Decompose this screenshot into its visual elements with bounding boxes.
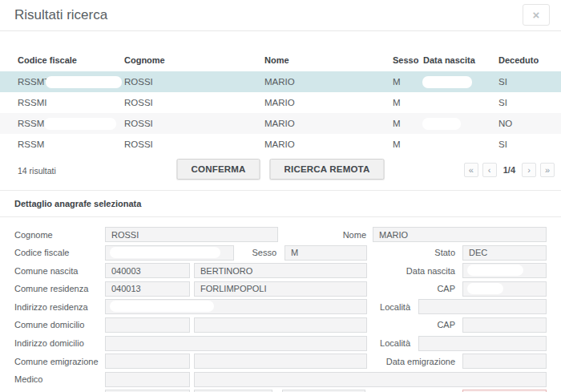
cell-nome: MARIO [264, 98, 393, 107]
sesso-field[interactable] [285, 245, 367, 261]
comune-nascita-name-field[interactable] [194, 263, 367, 278]
cell-deceduto: NO [498, 119, 561, 128]
form-row-comune-nascita: Comune nascita Data nascita [0, 263, 561, 278]
comune-nascita-code-wrap [105, 263, 190, 278]
table-row-selected[interactable]: RSSMT ROSSI MARIO M SI [0, 71, 561, 92]
cap-domicilio-field-wrap [462, 317, 547, 333]
page-indicator: 1/4 [503, 165, 515, 175]
first-page-button[interactable]: « [464, 163, 478, 177]
nome-label: Nome [278, 230, 366, 240]
next-page-button[interactable]: › [522, 163, 536, 177]
detail-section-header: Dettaglio anagrafe selezionata [0, 190, 561, 217]
indirizzo-domicilio-label: Indirizzo domicilio [14, 338, 105, 348]
medico-label: Medico [14, 374, 105, 384]
comune-nascita-code-field[interactable] [105, 263, 190, 278]
table-footer: 14 risultati CONFERMA RICERCA REMOTA « ‹… [0, 157, 561, 186]
comune-residenza-name-field[interactable] [194, 281, 367, 297]
data-emigrazione-field[interactable] [462, 354, 547, 369]
medico-name-field[interactable] [194, 372, 547, 387]
cognome-field-wrap [105, 227, 278, 242]
cognome-field[interactable] [105, 227, 278, 242]
comune-emigrazione-label: Comune emigrazione [14, 357, 105, 366]
form-row-indirizzo-domicilio: Indirizzo domicilio Località [0, 336, 561, 351]
localita-domicilio-field[interactable] [418, 336, 547, 351]
column-header-data-nascita: Data nascita [423, 55, 498, 65]
codice-fiscale-label: Codice fiscale [14, 248, 105, 257]
codice-fiscale-field-wrap [105, 245, 234, 261]
stato-label: Stato [367, 248, 455, 257]
cell-cognome: ROSSI [124, 119, 264, 128]
redaction-blob [467, 265, 523, 276]
comune-emigrazione-name-field[interactable] [194, 354, 367, 369]
comune-residenza-code-field[interactable] [105, 281, 190, 297]
form-row-indirizzo-residenza: Indirizzo residenza Località [0, 299, 561, 314]
close-button[interactable]: × [523, 4, 550, 26]
medico-name-wrap [194, 372, 547, 387]
nome-field-wrap [373, 227, 547, 242]
results-table: Codice fiscale Cognome Nome Sesso Data n… [0, 31, 561, 186]
conferma-button[interactable]: CONFERMA [177, 159, 260, 180]
medico-code-wrap [105, 372, 190, 387]
comune-nascita-name-wrap [194, 263, 367, 278]
table-row[interactable]: RSSM ROSSI MARIO M NO [0, 113, 561, 134]
sesso-field-wrap [285, 245, 367, 261]
medico-code-field[interactable] [105, 372, 190, 387]
comune-emigrazione-code-field[interactable] [105, 354, 190, 369]
cell-cognome: ROSSI [124, 139, 264, 149]
data-emigrazione-label: Data emigrazione [367, 357, 455, 366]
localita-residenza-field-wrap [418, 299, 547, 314]
cap-residenza-label: CAP [367, 284, 455, 293]
data-emigrazione-field-wrap [462, 354, 547, 369]
table-row[interactable]: RSSM ROSSI MARIO M SI [0, 134, 561, 155]
results-count: 14 risultati [18, 166, 56, 176]
cell-nome: MARIO [264, 119, 393, 128]
cell-sesso: M [393, 98, 423, 107]
cell-nome: MARIO [264, 77, 393, 87]
indirizzo-domicilio-field-wrap [105, 336, 367, 351]
cap-residenza-field-wrap [462, 281, 547, 297]
table-row[interactable]: RSSMI ROSSI MARIO M SI [0, 92, 561, 113]
nome-field[interactable] [373, 227, 547, 242]
form-row-codice-fiscale: Codice fiscale Sesso Stato [0, 245, 561, 261]
cap-domicilio-label: CAP [367, 320, 455, 329]
cell-cognome: ROSSI [124, 77, 264, 87]
cell-deceduto: SI [498, 98, 561, 107]
localita-residenza-field[interactable] [418, 299, 547, 314]
comune-domicilio-name-wrap [194, 317, 367, 333]
comune-residenza-code-wrap [105, 281, 190, 297]
indirizzo-residenza-field-wrap [105, 299, 367, 314]
ricerca-remota-button[interactable]: RICERCA REMOTA [270, 159, 385, 180]
page-title: Risultati ricerca [14, 7, 107, 23]
form-row-cognome-nome: Cognome Nome [0, 227, 561, 242]
indirizzo-residenza-label: Indirizzo residenza [14, 302, 105, 312]
redaction-blob [110, 247, 220, 258]
redaction-blob [467, 283, 503, 294]
table-header-row: Codice fiscale Cognome Nome Sesso Data n… [0, 49, 561, 71]
last-page-button[interactable]: » [540, 163, 555, 177]
stato-field[interactable] [462, 245, 547, 261]
column-header-codice-fiscale: Codice fiscale [18, 55, 124, 65]
cap-domicilio-field[interactable] [462, 317, 547, 333]
form-row-medico: Medico [0, 372, 561, 387]
data-nascita-field-wrap [462, 263, 547, 278]
comune-domicilio-label: Comune domicilio [14, 320, 105, 329]
redaction-blob [44, 118, 116, 130]
data-nascita-label: Data nascita [367, 266, 455, 276]
form-row-comune-emigrazione: Comune emigrazione Data emigrazione [0, 354, 561, 369]
cell-deceduto: SI [498, 77, 561, 87]
column-header-sesso: Sesso [393, 55, 423, 65]
comune-nascita-label: Comune nascita [14, 266, 105, 276]
cell-nome: MARIO [264, 139, 393, 149]
modal-header: Risultati ricerca × [0, 0, 561, 31]
cell-sesso: M [393, 119, 423, 128]
redaction-blob [422, 118, 461, 130]
comune-domicilio-code-field[interactable] [105, 317, 190, 333]
indirizzo-domicilio-field[interactable] [105, 336, 367, 351]
cell-codice-fiscale: RSSMI [18, 98, 124, 107]
comune-emigrazione-code-wrap [105, 354, 190, 369]
prev-page-button[interactable]: ‹ [482, 163, 497, 177]
localita-domicilio-label: Località [367, 338, 410, 348]
form-row-comune-residenza: Comune residenza CAP [0, 281, 561, 297]
cell-cognome: ROSSI [124, 98, 264, 107]
comune-domicilio-name-field[interactable] [194, 317, 367, 333]
